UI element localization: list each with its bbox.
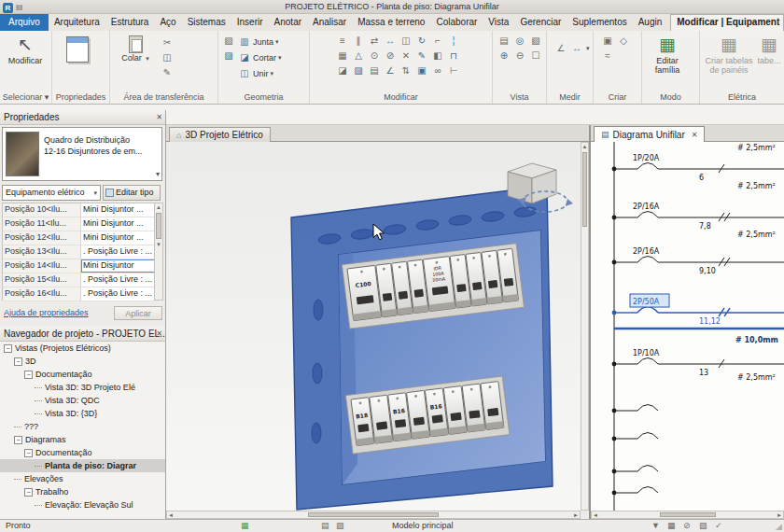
- close-hidden-icon[interactable]: ⊖: [512, 49, 527, 63]
- group-icon[interactable]: ▣: [414, 63, 429, 77]
- paste-button[interactable]: Colar ▾: [112, 34, 159, 80]
- tree-item[interactable]: Vista 3D: 3D Projeto Elé: [0, 381, 165, 394]
- demolish-icon[interactable]: ▨: [351, 63, 366, 77]
- view-tab-diagram[interactable]: ▤ Diagrama Unifilar ✕: [594, 126, 705, 142]
- properties-button[interactable]: [54, 34, 101, 63]
- unpin-icon[interactable]: ⊘: [383, 49, 398, 63]
- cope-icon[interactable]: ⊓: [446, 49, 461, 63]
- tree-item[interactable]: Planta de piso: Diagrar: [0, 459, 165, 472]
- array-icon[interactable]: ▦: [335, 49, 350, 63]
- ribbon-tab-a-o[interactable]: Aço: [154, 14, 181, 31]
- link-icon[interactable]: ∞: [430, 63, 445, 77]
- select-pinned-icon[interactable]: ⊘: [683, 520, 691, 532]
- apply-button[interactable]: Aplicar: [114, 306, 162, 320]
- joint-button[interactable]: ▥Junta▾: [238, 34, 282, 49]
- cut-icon[interactable]: ✂: [160, 35, 175, 49]
- scrollbar-thumb[interactable]: [308, 512, 439, 517]
- match-properties-icon[interactable]: ✎: [160, 65, 175, 79]
- tree-item[interactable]: Elevações: [0, 472, 165, 485]
- rotate-icon[interactable]: ↻: [414, 34, 429, 48]
- select-links-icon[interactable]: ▦: [667, 520, 676, 532]
- measure-tool-icon[interactable]: ∠: [383, 63, 398, 77]
- tree-item[interactable]: −Vistas (Projetos Elétricos): [0, 342, 165, 355]
- copy-icon[interactable]: ◫: [399, 34, 413, 48]
- panel-label-eletrica[interactable]: Elétrica: [700, 91, 784, 104]
- ribbon-tab-augin[interactable]: Augin: [633, 14, 668, 31]
- switch-windows-icon[interactable]: ☐: [528, 49, 543, 63]
- type-dropdown-icon[interactable]: ▾: [156, 170, 160, 178]
- 3d-viewport[interactable]: C100IDR100A30mA B18B16B16: [166, 142, 581, 511]
- trim-icon[interactable]: ⌐: [430, 34, 445, 48]
- ribbon-tab-suplementos[interactable]: Suplementos: [567, 14, 632, 31]
- tile-windows-icon[interactable]: ⊕: [497, 49, 511, 63]
- 3d-view-vertical-scrollbar[interactable]: ▲: [581, 142, 589, 511]
- close-icon[interactable]: ✕: [156, 110, 162, 125]
- dimension-icon[interactable]: ↔: [569, 41, 584, 55]
- clipped-ribbon-button[interactable]: ▦ tabe...: [756, 34, 782, 75]
- thin-lines-icon[interactable]: ▤: [497, 34, 511, 48]
- tab-context-modify[interactable]: Modificar | Equipament: [670, 14, 784, 31]
- panel-label-criar[interactable]: Criar: [594, 91, 641, 104]
- offset-icon[interactable]: ∥: [351, 34, 366, 48]
- panel-label-selecionar[interactable]: Selecionar ▾: [0, 91, 51, 104]
- delete-icon[interactable]: ✕: [399, 49, 413, 63]
- tree-item[interactable]: −Trabalho: [0, 485, 165, 498]
- property-value[interactable]: Mini Disjuntor ...: [81, 203, 155, 217]
- properties-help-link[interactable]: Ajuda de propriedades: [4, 308, 89, 317]
- tree-item[interactable]: Vista 3D: QDC: [0, 394, 165, 407]
- tree-expander-icon[interactable]: −: [24, 488, 33, 497]
- distribution-board-3d[interactable]: [291, 186, 553, 510]
- paint-geometry-icon[interactable]: ▧: [221, 34, 236, 48]
- scrollbar-thumb[interactable]: [156, 213, 161, 239]
- ribbon-tab-arquitetura[interactable]: Arquitetura: [49, 14, 105, 31]
- tree-item[interactable]: −Documentação: [0, 446, 165, 459]
- panel-label-vista[interactable]: Vista: [493, 91, 546, 104]
- resize-grip-icon[interactable]: ◢: [776, 521, 782, 532]
- measure-between-icon[interactable]: ∠: [553, 41, 568, 55]
- ribbon-tab-sistemas[interactable]: Sistemas: [182, 14, 231, 31]
- wall-opening-icon[interactable]: ▤: [367, 63, 382, 77]
- project-browser-header[interactable]: Navegador de projeto - PROJETO EL... ✕: [0, 327, 165, 342]
- property-value[interactable]: Mini Disjuntor: [81, 259, 155, 273]
- property-value[interactable]: . Posição Livre : ...: [81, 245, 155, 259]
- ribbon-tab-massa-e-terreno[interactable]: Massa e terreno: [352, 14, 430, 31]
- tree-expander-icon[interactable]: −: [24, 449, 33, 457]
- 3d-view-horizontal-scrollbar[interactable]: ◄ ►: [166, 511, 581, 519]
- ribbon-tab-analisar[interactable]: Analisar: [307, 14, 352, 31]
- match-type-icon[interactable]: ✎: [414, 49, 429, 63]
- scale-icon[interactable]: △: [351, 49, 366, 63]
- legend-component-icon[interactable]: ≈: [600, 49, 615, 63]
- modify-button[interactable]: ↖ Modificar: [2, 34, 49, 65]
- tree-item[interactable]: −Diagramas: [0, 433, 165, 446]
- tree-expander-icon[interactable]: −: [14, 436, 22, 444]
- close-view-icon[interactable]: ✕: [692, 131, 698, 139]
- properties-scrollbar[interactable]: ▲ ▼: [154, 203, 163, 301]
- visibility-graphics-icon[interactable]: ◎: [512, 34, 527, 48]
- view-tab-3d[interactable]: ⌂ 3D Projeto Elétrico: [169, 127, 271, 142]
- join-geometry-button[interactable]: ◫Unir▾: [238, 65, 282, 81]
- edit-family-button[interactable]: ▦ Editar família: [644, 34, 691, 75]
- ribbon-tab-colaborar[interactable]: Colaborar: [430, 14, 483, 31]
- tree-item[interactable]: Elevação: Elevação Sul: [0, 498, 165, 511]
- property-value[interactable]: . Posição Livre : ...: [81, 273, 155, 287]
- panel-label-modo[interactable]: Modo: [642, 91, 699, 104]
- mirror-icon[interactable]: ⇄: [367, 34, 382, 48]
- extend-icon[interactable]: ⊢: [446, 63, 461, 77]
- select-underlay-icon[interactable]: ▧: [699, 520, 707, 532]
- type-selector[interactable]: Quadro de Distribuição 12-16 Disjuntores…: [2, 127, 162, 181]
- properties-panel-header[interactable]: Propriedades ✕: [0, 110, 165, 125]
- pin-icon[interactable]: ⊙: [367, 49, 382, 63]
- edit-type-button[interactable]: Editar tipo: [103, 185, 161, 201]
- tab-arquivo[interactable]: Arquivo: [0, 14, 49, 31]
- property-value[interactable]: Mini Disjuntor ...: [81, 231, 155, 245]
- panel-label-clipboard[interactable]: Área de transferência: [110, 91, 217, 104]
- paint-icon[interactable]: ◧: [430, 49, 445, 63]
- app-icon[interactable]: R: [3, 3, 13, 13]
- tree-item[interactable]: ???: [0, 420, 165, 433]
- title-bar[interactable]: R ▤ PROJETO ELÉTRICO - Planta de piso: D…: [0, 0, 784, 14]
- sync-icon[interactable]: ⇅: [399, 63, 413, 77]
- panel-schedules-button[interactable]: ▦ Criar tabelas de painéis: [702, 34, 756, 75]
- design-options-icon[interactable]: ▧: [336, 520, 344, 532]
- ribbon-tab-vista[interactable]: Vista: [483, 14, 514, 31]
- scrollbar-thumb[interactable]: [582, 152, 587, 227]
